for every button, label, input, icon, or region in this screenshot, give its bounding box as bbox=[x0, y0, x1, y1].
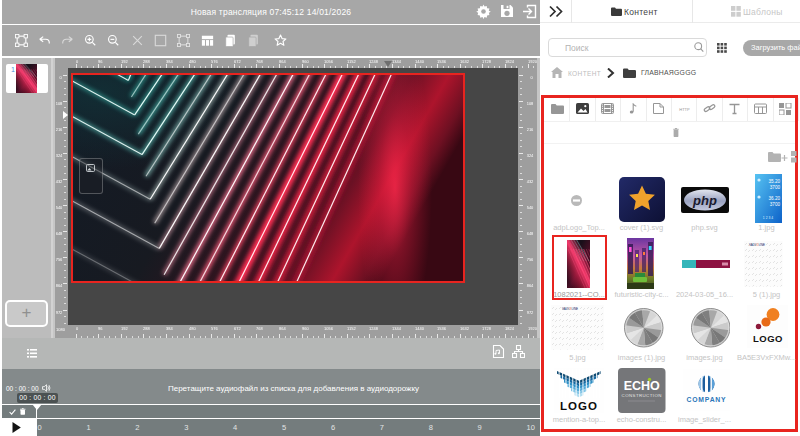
svg-text:LOGO: LOGO bbox=[560, 400, 598, 412]
svg-text:3700: 3700 bbox=[770, 202, 781, 207]
svg-text:VALVOLINE: VALVOLINE bbox=[562, 307, 578, 311]
svg-text:ECHO: ECHO bbox=[624, 379, 660, 393]
svg-text:php: php bbox=[692, 193, 717, 208]
svg-text:3700: 3700 bbox=[770, 185, 781, 190]
svg-text:36.20: 36.20 bbox=[769, 196, 781, 201]
svg-text:CONSTRUCTION: CONSTRUCTION bbox=[622, 393, 662, 398]
svg-text:COMPANY: COMPANY bbox=[686, 396, 726, 403]
svg-text:35.20: 35.20 bbox=[769, 179, 781, 184]
svg-text:HTTP: HTTP bbox=[679, 107, 690, 112]
svg-text:1 2 3 4: 1 2 3 4 bbox=[763, 216, 773, 220]
svg-text:LOGO: LOGO bbox=[753, 333, 783, 344]
svg-text:VALVOLINE: VALVOLINE bbox=[749, 243, 765, 247]
